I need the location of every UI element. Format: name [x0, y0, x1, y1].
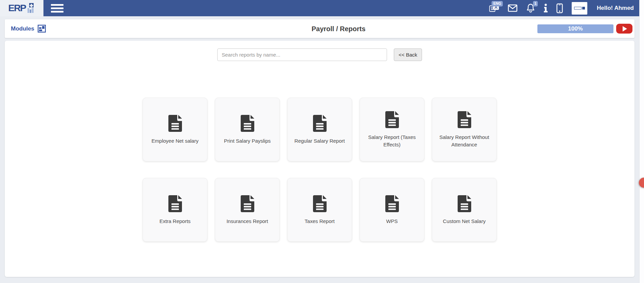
mail-icon: [508, 4, 517, 12]
report-card[interactable]: Extra Reports: [143, 178, 207, 242]
report-card[interactable]: WPS: [360, 178, 424, 242]
document-icon: [385, 111, 400, 128]
report-card[interactable]: Employee Net salary: [143, 98, 207, 161]
info-button[interactable]: [544, 0, 548, 16]
document-icon: [385, 195, 400, 213]
menu-icon: [51, 4, 63, 6]
mobile-icon: [556, 3, 563, 13]
search-row: << Back: [5, 41, 634, 61]
progress-bar: 100%: [537, 24, 613, 33]
report-card[interactable]: Salary Report (Taxes Effects): [360, 98, 424, 161]
play-icon: [623, 26, 627, 32]
avatar[interactable]: [572, 2, 587, 15]
report-card[interactable]: Regular Salary Report: [287, 98, 352, 161]
erp-logo[interactable]: ERP: [0, 0, 43, 16]
language-badge: ENG: [492, 1, 503, 6]
report-card-label: Extra Reports: [160, 218, 191, 225]
report-card-label: WPS: [386, 218, 398, 225]
notifications-button[interactable]: 1: [526, 0, 535, 16]
modules-button[interactable]: Modules: [11, 25, 46, 33]
report-card[interactable]: Salary Report Without Attendance: [432, 98, 497, 161]
document-icon: [312, 115, 327, 132]
progress-value: 100%: [568, 25, 583, 32]
document-icon: [168, 195, 183, 213]
report-card[interactable]: Taxes Report: [287, 178, 352, 242]
report-card-label: Insurances Report: [226, 218, 268, 225]
report-card-label: Employee Net salary: [151, 137, 198, 145]
document-icon: [168, 115, 183, 132]
notification-badge: 1: [533, 1, 538, 6]
messages-button[interactable]: [508, 0, 517, 16]
language-switcher[interactable]: ENG A: [489, 0, 499, 16]
page-title: Payroll / Reports: [312, 25, 366, 33]
report-card[interactable]: Print Salary Payslips: [215, 98, 280, 161]
document-icon: [457, 195, 472, 213]
back-button[interactable]: << Back: [394, 48, 422, 61]
modules-grid-icon: [38, 25, 46, 33]
navbar-actions: ENG A 1: [489, 0, 639, 16]
document-icon: [240, 195, 255, 213]
report-card-label: Taxes Report: [305, 218, 334, 225]
report-card-label: Print Salary Payslips: [224, 137, 271, 145]
reports-grid: Employee Net salary Print Salary Payslip…: [143, 98, 497, 242]
mobile-app-button[interactable]: [556, 0, 563, 16]
info-icon: [544, 4, 548, 13]
report-card-label: Salary Report (Taxes Effects): [363, 134, 421, 148]
document-icon: [312, 195, 327, 213]
report-card[interactable]: Custom Net Salary: [432, 178, 497, 242]
report-card-label: Regular Salary Report: [294, 137, 345, 145]
erp-building-icon: [27, 3, 35, 13]
search-input[interactable]: [217, 48, 387, 61]
avatar-logo: [574, 7, 582, 9]
video-tutorial-button[interactable]: [616, 24, 632, 34]
document-icon: [240, 115, 255, 132]
report-card-label: Custom Net Salary: [443, 218, 486, 225]
document-icon: [457, 111, 472, 128]
content-panel: << Back Employee Net salary Print Salary…: [5, 41, 634, 277]
report-card-label: Salary Report Without Attendance: [436, 134, 493, 148]
subheader-controls: 100%: [537, 24, 634, 34]
erp-logo-text: ERP: [8, 3, 26, 13]
user-greeting: Hello! Ahmed: [597, 5, 634, 12]
scrollbar[interactable]: [639, 0, 644, 283]
page: ERP ENG A: [0, 0, 644, 283]
subheader-bar: Modules Payroll / Reports 100%: [5, 19, 634, 38]
top-navbar: ERP ENG A: [0, 0, 639, 16]
menu-toggle-button[interactable]: [51, 4, 63, 13]
report-card[interactable]: Insurances Report: [215, 178, 280, 242]
modules-label: Modules: [11, 25, 34, 32]
